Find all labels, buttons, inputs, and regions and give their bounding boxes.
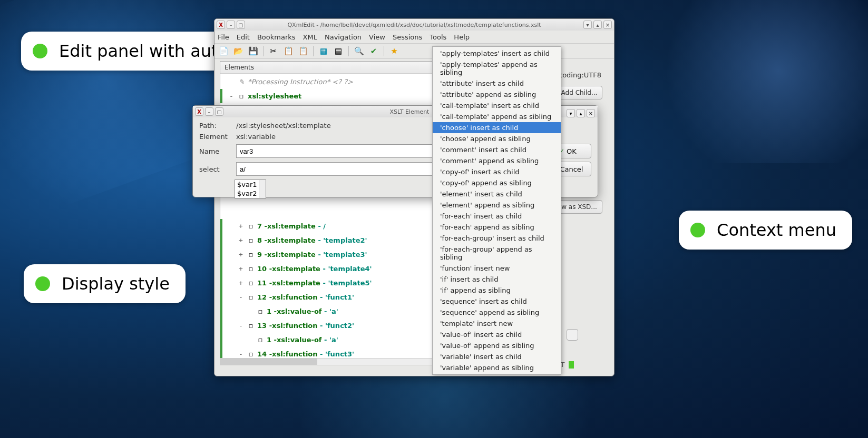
context-menu-item[interactable]: 'for-each-group' insert as child bbox=[433, 233, 561, 244]
status-lamp-icon bbox=[569, 361, 574, 369]
context-menu-item[interactable]: 'copy-of' append as sibling bbox=[433, 177, 561, 188]
context-menu-item[interactable]: 'for-each' insert as child bbox=[433, 211, 561, 222]
row-label: *Processing Instruction* <? ?> bbox=[248, 78, 353, 86]
min2-icon[interactable]: ▾ bbox=[583, 21, 592, 29]
context-menu-item[interactable]: 'value-of' append as sibling bbox=[433, 340, 561, 351]
menu-xml[interactable]: XML bbox=[303, 33, 317, 41]
context-menu-item[interactable]: 'comment' insert as child bbox=[433, 144, 561, 155]
star-icon[interactable]: ★ bbox=[388, 45, 400, 57]
autocomplete-popup: $var1 $var2 bbox=[235, 180, 266, 198]
element-icon: ▫ bbox=[247, 251, 255, 258]
expander-icon[interactable]: + bbox=[237, 222, 245, 230]
context-menu-item[interactable]: 'variable' insert as child bbox=[433, 351, 561, 362]
callout-context-menu: Context menu bbox=[679, 211, 852, 250]
menu-sessions[interactable]: Sessions bbox=[393, 33, 422, 41]
dialog-close-icon[interactable]: X bbox=[195, 107, 203, 116]
tool-b-icon[interactable]: ▤ bbox=[333, 45, 344, 57]
element-icon: ▫ bbox=[256, 307, 265, 315]
menu-view[interactable]: View bbox=[369, 33, 385, 41]
maximize-icon[interactable]: ▢ bbox=[237, 21, 245, 29]
menubar: File Edit Bookmarks XML Navigation View … bbox=[214, 31, 614, 43]
element-icon: ▫ bbox=[237, 92, 246, 100]
menu-edit[interactable]: Edit bbox=[237, 33, 250, 41]
context-menu-item[interactable]: 'if' insert as child bbox=[433, 274, 561, 285]
menu-file[interactable]: File bbox=[218, 33, 229, 41]
context-menu-item[interactable]: 'call-template' insert as child bbox=[433, 100, 561, 111]
row-label: 1 -xsl:value-of - 'a' bbox=[267, 336, 338, 344]
autocomplete-scrollbar[interactable] bbox=[259, 180, 266, 198]
context-menu-item[interactable]: 'element' append as sibling bbox=[433, 200, 561, 211]
context-menu-item[interactable]: 'choose' insert as child bbox=[433, 122, 561, 133]
close-icon[interactable]: X bbox=[217, 21, 225, 29]
dialog-min-icon[interactable]: – bbox=[205, 107, 213, 116]
main-titlebar: X – ▢ QXmlEdit - /home/lbell/devel/qxmle… bbox=[214, 19, 614, 31]
pi-icon: ✎ bbox=[237, 78, 246, 86]
paste-icon[interactable]: 📋 bbox=[297, 45, 309, 57]
tool-a-icon[interactable]: ▦ bbox=[318, 45, 329, 57]
context-menu-item[interactable]: 'element' insert as child bbox=[433, 188, 561, 200]
context-menu-item[interactable]: 'attribute' insert as child bbox=[433, 78, 561, 89]
expander-icon[interactable]: + bbox=[237, 265, 245, 273]
window-title: QXmlEdit - /home/lbell/devel/qxmledit/xs… bbox=[245, 22, 583, 28]
context-menu-item[interactable]: 'apply-templates' insert as child bbox=[433, 48, 561, 59]
expander-icon[interactable]: - bbox=[228, 92, 235, 100]
element-icon: ▫ bbox=[247, 236, 255, 244]
expander-icon[interactable]: + bbox=[237, 251, 245, 258]
open-icon[interactable]: 📂 bbox=[232, 45, 244, 57]
copy-icon[interactable]: 📋 bbox=[282, 45, 294, 57]
element-icon: ▫ bbox=[256, 336, 265, 344]
row-label: 12 -xsl:function - 'funct1' bbox=[257, 293, 354, 301]
expander-icon[interactable]: - bbox=[237, 293, 245, 301]
dlg-win-max-icon[interactable]: ▴ bbox=[577, 109, 585, 117]
max2-icon[interactable]: ▴ bbox=[593, 21, 602, 29]
row-label: 8 -xsl:template - 'template2' bbox=[257, 236, 367, 244]
new-icon[interactable]: 📄 bbox=[218, 45, 229, 57]
element-label: Element bbox=[199, 133, 231, 141]
expander-icon[interactable]: + bbox=[237, 279, 245, 287]
dialog-max-icon[interactable]: ▢ bbox=[215, 107, 223, 116]
row-label: 14 -xsl:function - 'funct3' bbox=[257, 350, 354, 358]
dlg-win-min-icon[interactable]: ▾ bbox=[567, 109, 575, 117]
view-xsd-button[interactable]: w as XSD... bbox=[556, 200, 602, 214]
validate-icon[interactable]: ✔ bbox=[368, 45, 379, 57]
save-icon[interactable]: 💾 bbox=[247, 45, 259, 57]
element-icon: ▫ bbox=[247, 350, 255, 358]
find-icon[interactable]: 🔍 bbox=[353, 45, 365, 57]
add-child-button[interactable]: Add Child... bbox=[556, 86, 602, 99]
context-menu-item[interactable]: 'attribute' append as sibling bbox=[433, 89, 561, 100]
context-menu-item[interactable]: 'value-of' insert as child bbox=[433, 329, 561, 340]
context-menu-item[interactable]: 'sequence' insert as child bbox=[433, 296, 561, 307]
menu-navigation[interactable]: Navigation bbox=[325, 33, 362, 41]
row-label: 7 -xsl:template - / bbox=[257, 222, 326, 230]
context-menu-item[interactable]: 'copy-of' insert as child bbox=[433, 166, 561, 177]
minimize-icon[interactable]: – bbox=[227, 21, 235, 29]
context-menu-item[interactable]: 'apply-templates' append as sibling bbox=[433, 59, 561, 78]
expander-icon[interactable]: - bbox=[237, 350, 245, 358]
menu-help[interactable]: Help bbox=[454, 33, 470, 41]
context-menu-item[interactable]: 'sequence' append as sibling bbox=[433, 307, 561, 318]
context-menu-item[interactable]: 'comment' append as sibling bbox=[433, 155, 561, 166]
context-menu-item[interactable]: 'template' insert new bbox=[433, 318, 561, 329]
row-label: xsl:stylesheet bbox=[248, 92, 301, 100]
expander-icon[interactable]: - bbox=[237, 322, 245, 330]
context-menu-item[interactable]: 'if' append as sibling bbox=[433, 285, 561, 296]
close2-icon[interactable]: × bbox=[603, 21, 612, 29]
menu-bookmarks[interactable]: Bookmarks bbox=[257, 33, 296, 41]
menu-tools[interactable]: Tools bbox=[430, 33, 446, 41]
context-menu-item[interactable]: 'call-template' append as sibling bbox=[433, 111, 561, 122]
encoding-label: coding:UTF8 bbox=[559, 71, 601, 79]
context-menu-item[interactable]: 'for-each' append as sibling bbox=[433, 222, 561, 233]
corner-icon[interactable] bbox=[567, 329, 578, 341]
path-label: Path: bbox=[199, 122, 231, 130]
row-label: 11 -xsl:template - 'template5' bbox=[257, 279, 372, 287]
row-label: 10 -xsl:template - 'template4' bbox=[257, 265, 372, 273]
cut-icon[interactable]: ✂ bbox=[268, 45, 279, 57]
element-icon: ▫ bbox=[247, 322, 255, 330]
callout-display-style: Display style bbox=[24, 264, 186, 303]
context-menu-item[interactable]: 'choose' append as sibling bbox=[433, 133, 561, 144]
context-menu-item[interactable]: 'variable' append as sibling bbox=[433, 362, 561, 373]
context-menu-item[interactable]: 'function' insert new bbox=[433, 263, 561, 274]
expander-icon[interactable]: + bbox=[237, 236, 245, 244]
context-menu-item[interactable]: 'for-each-group' append as sibling bbox=[433, 244, 561, 263]
dlg-win-close-icon[interactable]: × bbox=[587, 109, 595, 117]
